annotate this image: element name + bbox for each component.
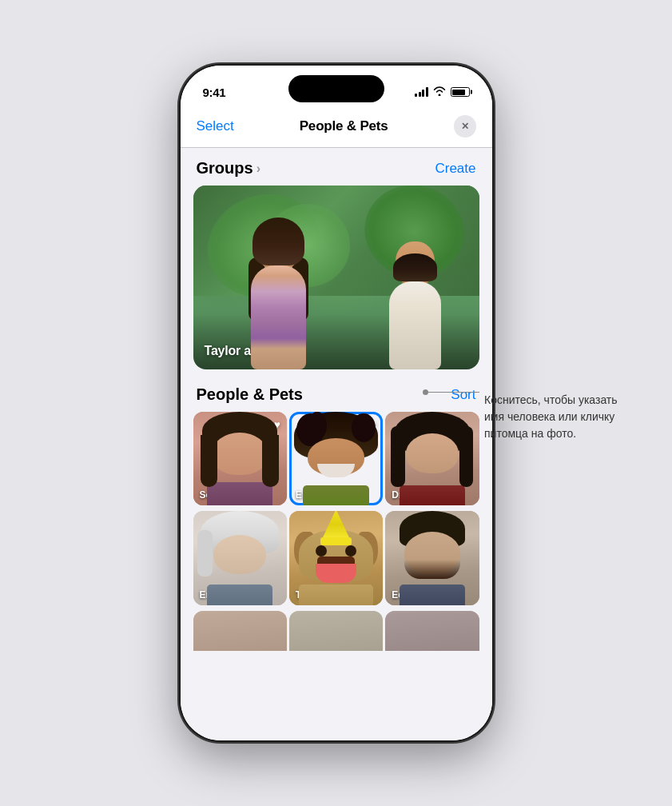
close-button[interactable]: ✕ (454, 115, 476, 138)
status-icons (415, 86, 470, 98)
person-cell-partial-3[interactable] (385, 611, 479, 651)
person-cell-solana[interactable]: ♥ Solana (193, 412, 287, 505)
groups-title[interactable]: Groups › (197, 159, 260, 178)
people-grid-row2: Erica (181, 509, 492, 608)
create-button[interactable]: Create (435, 161, 475, 177)
people-grid-row3-partial (181, 608, 492, 664)
person-cell-erica[interactable]: Erica (193, 511, 287, 604)
signal-icon (415, 87, 428, 97)
select-button[interactable]: Select (197, 118, 234, 134)
person-cell-edward[interactable]: Edward (385, 511, 479, 604)
nav-bar: Select People & Pets ✕ (181, 107, 492, 148)
dynamic-island (288, 75, 384, 102)
person-cell-partial-2[interactable] (289, 611, 383, 651)
group-card-photo (193, 186, 479, 369)
person-cell-toby[interactable]: Toby (289, 511, 383, 604)
person-cell-drea[interactable]: Drea (385, 412, 479, 505)
groups-chevron: › (256, 162, 260, 176)
battery-icon (451, 87, 470, 97)
wifi-icon (433, 86, 446, 98)
page-title: People & Pets (300, 118, 388, 134)
person-cell-em[interactable]: ♥ Em (289, 412, 383, 505)
status-time: 9:41 (203, 86, 226, 99)
group-card[interactable]: Taylor and Litzi (193, 186, 479, 369)
people-pets-title: People & Pets (197, 385, 303, 404)
tooltip-text: Коснитесь, чтобы указать имя человека ил… (484, 392, 624, 442)
people-grid-row1: ♥ Solana (181, 412, 492, 509)
groups-section-header: Groups › Create (181, 148, 492, 186)
person-cell-partial-1[interactable] (193, 611, 287, 651)
content-area: Groups › Create (181, 148, 492, 740)
